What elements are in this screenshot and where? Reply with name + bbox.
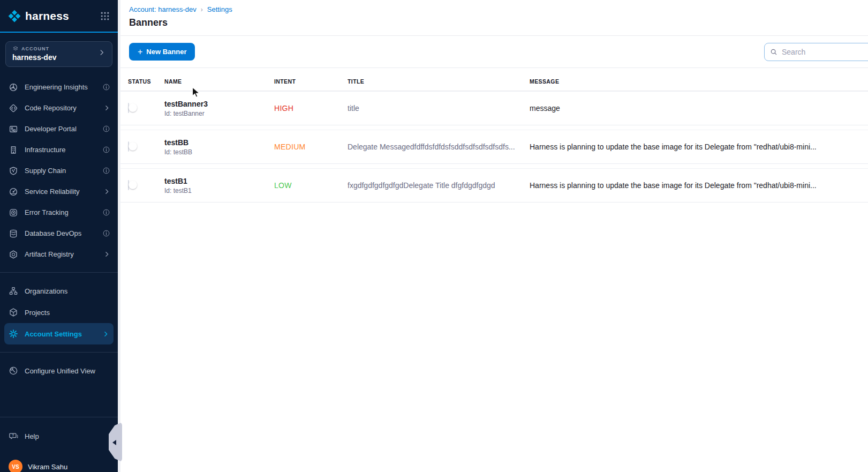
- breadcrumb: Account: harness-dev › Settings: [129, 5, 868, 13]
- info-icon[interactable]: [102, 83, 110, 91]
- sidebar-item-service-reliability[interactable]: Service Reliability: [0, 181, 118, 202]
- sidebar-item-label: Database DevOps: [25, 229, 81, 237]
- user-name: Vikram Sahu: [28, 463, 67, 471]
- engineering-insights-icon: [9, 83, 18, 92]
- column-header-name: NAME: [164, 78, 274, 85]
- banner-message: Harness is planning to update the base i…: [530, 181, 868, 190]
- banner-title: Delegate Messagedfdffdsfdfdsfsddfsdfsdfs…: [348, 143, 530, 151]
- new-banner-button[interactable]: + New Banner: [129, 43, 195, 61]
- sidebar-item-label: Organizations: [25, 287, 67, 295]
- plus-icon: +: [138, 48, 142, 56]
- sidebar-item-label: Engineering Insights: [25, 83, 88, 91]
- sidebar-item-projects[interactable]: Projects: [0, 302, 118, 323]
- sidebar-item-database-devops[interactable]: Database DevOps: [0, 223, 118, 244]
- info-icon[interactable]: [102, 146, 110, 154]
- user-menu[interactable]: VS Vikram Sahu: [0, 457, 118, 472]
- banner-enabled-toggle[interactable]: [128, 180, 129, 190]
- sidebar-item-label: Infrastructure: [25, 146, 66, 154]
- collapse-left-arrow-icon: [112, 440, 116, 445]
- banner-name: testB1: [164, 177, 274, 185]
- sidebar-item-organizations[interactable]: Organizations: [0, 280, 118, 302]
- help-chat-icon: [9, 431, 18, 441]
- chevron-right-icon: [103, 251, 110, 258]
- page-title: Banners: [129, 17, 868, 28]
- sidebar-item-artifact-registry[interactable]: Artifact Registry: [0, 244, 118, 265]
- table-row[interactable]: testBanner3 Id: testBanner HIGH title me…: [120, 91, 868, 125]
- search-box: [764, 43, 868, 61]
- banner-enabled-toggle[interactable]: [128, 141, 129, 152]
- banner-enabled-toggle[interactable]: [128, 103, 129, 113]
- banner-id: Id: testBB: [164, 148, 274, 156]
- code-repository-icon: [9, 103, 18, 113]
- sidebar-nav: Engineering Insights Code Repository Dev…: [0, 77, 118, 265]
- supply-chain-icon: [9, 166, 18, 176]
- breadcrumb-separator: ›: [201, 6, 203, 13]
- sidebar-item-account-settings[interactable]: Account Settings: [4, 323, 114, 344]
- banner-name: testBB: [164, 138, 274, 147]
- module-grid-icon[interactable]: [100, 11, 110, 21]
- search-input[interactable]: [782, 48, 868, 56]
- sidebar-divider: [0, 352, 118, 353]
- sidebar-item-error-tracking[interactable]: Error Tracking: [0, 202, 118, 223]
- artifact-registry-icon: [9, 250, 18, 259]
- table-header-row: STATUS NAME INTENT TITLE MESSAGE: [120, 68, 868, 91]
- developer-portal-icon: [9, 124, 18, 134]
- info-icon[interactable]: [102, 125, 110, 133]
- sidebar-footer: Help VS Vikram Sahu: [0, 409, 118, 472]
- info-icon[interactable]: [102, 167, 110, 175]
- service-reliability-icon: [9, 187, 18, 197]
- sidebar-item-label: Account Settings: [25, 330, 82, 338]
- column-header-message: MESSAGE: [530, 78, 868, 85]
- main-content: Account: harness-dev › Settings Banners …: [120, 0, 868, 472]
- sidebar-item-label: Artifact Registry: [25, 250, 74, 258]
- sidebar-item-label: Code Repository: [25, 104, 77, 112]
- projects-icon: [9, 308, 18, 317]
- infrastructure-icon: [9, 145, 18, 155]
- gear-icon: [9, 329, 18, 339]
- avatar: VS: [9, 460, 22, 472]
- sidebar-gutter: [118, 0, 120, 472]
- chevron-right-icon: [98, 49, 105, 58]
- sidebar-item-label: Error Tracking: [25, 208, 69, 216]
- column-header-status: STATUS: [120, 78, 164, 85]
- sidebar-item-help[interactable]: Help: [0, 425, 118, 447]
- info-icon[interactable]: [102, 229, 110, 237]
- sidebar-divider: [0, 272, 118, 273]
- breadcrumb-account-link[interactable]: Account: harness-dev: [129, 5, 197, 13]
- breadcrumb-settings-link[interactable]: Settings: [207, 5, 232, 13]
- page-header: Account: harness-dev › Settings Banners: [120, 0, 868, 36]
- app-window: harness ACCOUNT harness-dev Engineering …: [0, 0, 868, 472]
- new-banner-button-label: New Banner: [146, 48, 186, 56]
- error-tracking-icon: [9, 208, 18, 218]
- sidebar-item-code-repository[interactable]: Code Repository: [0, 98, 118, 118]
- banner-intent-badge: LOW: [274, 181, 348, 190]
- banner-name: testBanner3: [164, 100, 274, 108]
- harness-logo-icon: [7, 9, 21, 23]
- column-header-title: TITLE: [348, 78, 530, 85]
- search-icon: [770, 48, 778, 56]
- toolbar: + New Banner: [120, 36, 868, 68]
- sidebar-item-label: Developer Portal: [25, 125, 77, 133]
- brand-name: harness: [25, 10, 69, 23]
- banner-intent-badge: MEDIUM: [274, 143, 348, 151]
- table-row[interactable]: testB1 Id: testB1 LOW fxgdfgdfgdfgdfgdDe…: [120, 168, 868, 203]
- sidebar-item-supply-chain[interactable]: Supply Chain: [0, 160, 118, 181]
- sidebar-header: harness: [0, 0, 118, 33]
- account-selector[interactable]: ACCOUNT harness-dev: [5, 41, 112, 67]
- sidebar-item-configure-unified-view[interactable]: Configure Unified View: [0, 360, 118, 381]
- wrench-circle-icon: [9, 366, 18, 376]
- sidebar-item-label: Projects: [25, 309, 50, 317]
- info-icon[interactable]: [102, 208, 110, 216]
- sidebar-item-infrastructure[interactable]: Infrastructure: [0, 139, 118, 160]
- database-devops-icon: [9, 229, 18, 238]
- sidebar-divider: [0, 417, 118, 417]
- banner-intent-badge: HIGH: [274, 104, 348, 113]
- table-row[interactable]: testBB Id: testBB MEDIUM Delegate Messag…: [120, 130, 868, 164]
- sidebar-item-engineering-insights[interactable]: Engineering Insights: [0, 77, 118, 98]
- account-scope-label: ACCOUNT: [21, 46, 49, 51]
- banner-id: Id: testB1: [164, 187, 274, 194]
- column-header-intent: INTENT: [274, 78, 348, 85]
- account-name: harness-dev: [12, 53, 56, 62]
- sidebar-item-developer-portal[interactable]: Developer Portal: [0, 118, 118, 139]
- banner-message: Harness is planning to update the base i…: [530, 143, 868, 151]
